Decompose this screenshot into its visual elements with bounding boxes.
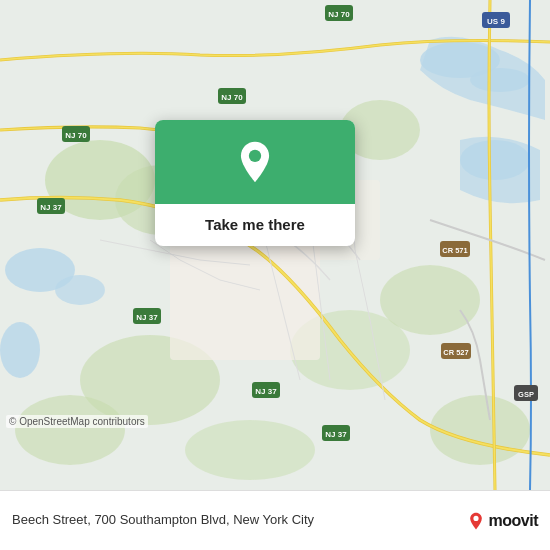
moovit-brand-text: moovit [489, 512, 538, 530]
svg-point-6 [0, 322, 40, 378]
map-container: NJ 70 US 9 NJ 70 NJ 70 NJ 37 NJ 37 NJ 37… [0, 0, 550, 490]
bottom-bar: Beech Street, 700 Southampton Blvd, New … [0, 490, 550, 550]
svg-point-5 [55, 275, 105, 305]
svg-point-13 [15, 395, 125, 465]
svg-text:CR 527: CR 527 [443, 348, 468, 357]
svg-text:NJ 37: NJ 37 [40, 203, 62, 212]
popup-green-section [155, 120, 355, 204]
svg-text:NJ 37: NJ 37 [255, 387, 277, 396]
location-pin-icon [233, 140, 277, 184]
popup-label-section[interactable]: Take me there [155, 204, 355, 246]
take-me-there-button[interactable]: Take me there [205, 216, 305, 233]
svg-text:NJ 70: NJ 70 [65, 131, 87, 140]
popup-card[interactable]: Take me there [155, 120, 355, 246]
svg-text:NJ 37: NJ 37 [136, 313, 158, 322]
svg-text:GSP: GSP [518, 390, 534, 399]
moovit-pin-icon [467, 512, 485, 530]
svg-text:NJ 70: NJ 70 [221, 93, 243, 102]
svg-text:NJ 37: NJ 37 [325, 430, 347, 439]
svg-text:CR 571: CR 571 [442, 246, 467, 255]
svg-point-15 [430, 395, 530, 465]
svg-point-40 [249, 150, 261, 162]
svg-text:NJ 70: NJ 70 [328, 10, 350, 19]
copyright-text: © OpenStreetMap contributors [6, 415, 148, 428]
svg-point-41 [473, 515, 478, 520]
svg-point-14 [185, 420, 315, 480]
address-text: Beech Street, 700 Southampton Blvd, New … [12, 512, 461, 529]
svg-text:US 9: US 9 [487, 17, 505, 26]
moovit-logo: moovit [467, 512, 538, 530]
